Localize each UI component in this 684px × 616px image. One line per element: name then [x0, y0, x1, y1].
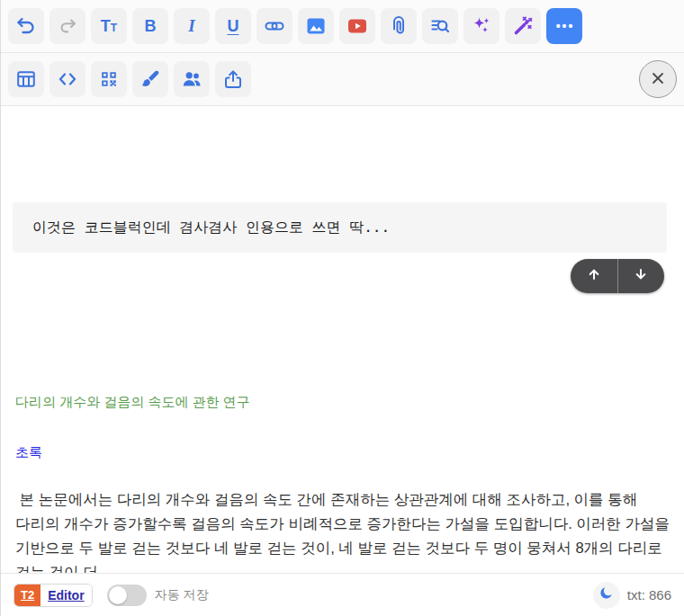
logo-name: Editor [40, 585, 91, 606]
attachment-button[interactable] [381, 8, 417, 44]
autosave-toggle[interactable] [107, 585, 147, 606]
underline-button[interactable]: U [215, 8, 251, 44]
close-icon [650, 70, 666, 89]
bold-icon: B [145, 17, 157, 36]
status-right: txt: 866 [593, 582, 671, 609]
abstract-paragraph[interactable]: 본 논문에서는 다리의 개수와 걸음의 속도 간에 존재하는 상관관계에 대해 … [1, 487, 684, 585]
undo-button[interactable] [8, 8, 44, 44]
search-text-button[interactable] [422, 8, 458, 44]
redo-button[interactable] [50, 8, 86, 44]
youtube-icon [346, 15, 368, 37]
magic-wand-button[interactable] [505, 8, 541, 44]
abstract-heading[interactable]: 초록 [15, 444, 42, 461]
table-icon [15, 68, 37, 90]
toolbar-format: TT B I U ••• [1, 0, 684, 53]
ai-sparkles-icon [471, 15, 492, 37]
dark-mode-button[interactable] [593, 582, 620, 609]
more-icon: ••• [554, 20, 575, 32]
magic-wand-icon [512, 15, 534, 37]
search-text-icon [429, 15, 451, 37]
editor-window: TT B I U ••• [0, 0, 684, 616]
status-bar: T2 Editor 자동 저장 txt: 866 [1, 573, 684, 616]
undo-icon [15, 15, 37, 37]
italic-icon: I [188, 16, 194, 36]
share-icon [222, 68, 244, 90]
scroll-nav [571, 259, 664, 293]
image-button[interactable] [298, 8, 334, 44]
more-tools-button[interactable]: ••• [546, 8, 582, 44]
ai-sparkles-button[interactable] [464, 8, 500, 44]
char-count: txt: 866 [627, 587, 671, 603]
autosave-label: 자동 저장 [155, 587, 209, 603]
share-button[interactable] [215, 61, 251, 97]
code-block[interactable]: 이것은 코드블럭인데 겸사겸사 인용으로 쓰면 딱... [13, 202, 667, 253]
scroll-down-icon [632, 265, 650, 287]
app-logo-link[interactable]: T2 Editor [14, 584, 93, 607]
table-button[interactable] [8, 61, 44, 97]
document-title[interactable]: 다리의 개수와 걸음의 속도에 관한 연구 [15, 394, 250, 411]
collaborators-button[interactable] [174, 61, 210, 97]
attachment-icon [388, 15, 410, 37]
scroll-down-button[interactable] [617, 259, 665, 293]
bold-button[interactable]: B [132, 8, 168, 44]
code-button[interactable] [50, 61, 86, 97]
underline-icon: U [228, 17, 239, 36]
collaborators-icon [181, 68, 202, 90]
link-button[interactable] [256, 8, 292, 44]
italic-button[interactable]: I [174, 8, 210, 44]
image-icon [305, 15, 327, 37]
brush-icon [140, 68, 161, 90]
youtube-button[interactable] [339, 8, 375, 44]
text-size-icon: TT [101, 17, 117, 36]
moon-icon [598, 585, 614, 604]
toggle-knob [109, 586, 127, 604]
close-button[interactable] [639, 60, 677, 98]
scroll-up-button[interactable] [571, 259, 617, 293]
redo-icon [58, 16, 77, 36]
link-icon [264, 15, 285, 37]
qr-code-button[interactable] [91, 61, 127, 97]
scroll-up-icon [585, 265, 603, 287]
text-size-button[interactable]: TT [91, 8, 127, 44]
toolbar-insert [1, 53, 684, 106]
editor-canvas[interactable]: 이것은 코드블럭인데 겸사겸사 인용으로 쓰면 딱... 다리의 개수와 걸음의… [1, 106, 684, 573]
qr-code-icon [99, 69, 119, 89]
logo-badge: T2 [14, 585, 40, 606]
code-icon [57, 68, 78, 90]
brush-button[interactable] [132, 61, 168, 97]
